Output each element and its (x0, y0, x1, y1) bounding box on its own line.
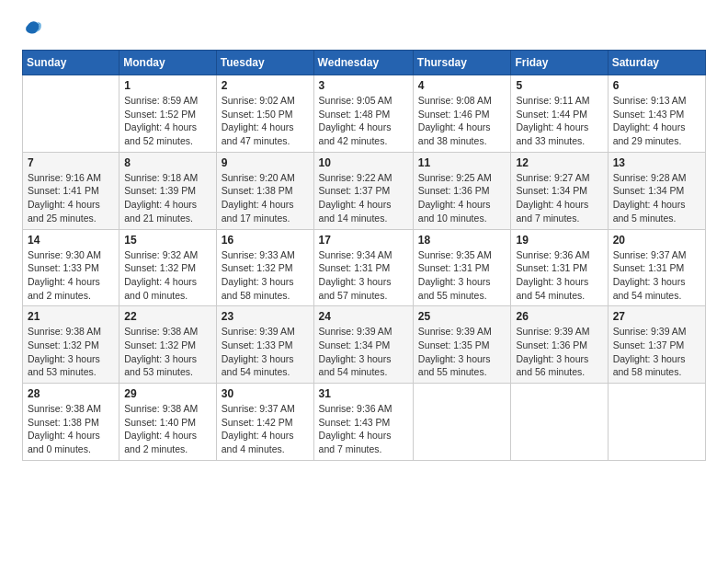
calendar-table: SundayMondayTuesdayWednesdayThursdayFrid… (22, 50, 706, 461)
day-number: 21 (28, 310, 114, 323)
day-info: Sunrise: 9:30 AM Sunset: 1:33 PM Dayligh… (28, 248, 114, 303)
week-row-4: 21Sunrise: 9:38 AM Sunset: 1:32 PM Dayli… (23, 306, 706, 384)
day-info: Sunrise: 9:39 AM Sunset: 1:34 PM Dayligh… (319, 325, 408, 379)
day-number: 3 (319, 79, 408, 92)
day-info: Sunrise: 9:16 AM Sunset: 1:41 PM Dayligh… (28, 171, 114, 225)
day-info: Sunrise: 9:05 AM Sunset: 1:48 PM Dayligh… (319, 94, 408, 148)
day-cell: 19Sunrise: 9:36 AM Sunset: 1:31 PM Dayli… (511, 229, 608, 306)
week-row-1: 1Sunrise: 8:59 AM Sunset: 1:52 PM Daylig… (23, 75, 706, 153)
day-number: 6 (613, 79, 700, 92)
weekday-header-monday: Monday (119, 51, 217, 75)
day-info: Sunrise: 8:59 AM Sunset: 1:52 PM Dayligh… (124, 94, 211, 148)
day-cell: 1Sunrise: 8:59 AM Sunset: 1:52 PM Daylig… (119, 75, 217, 153)
day-info: Sunrise: 9:13 AM Sunset: 1:43 PM Dayligh… (613, 94, 700, 148)
day-info: Sunrise: 9:37 AM Sunset: 1:42 PM Dayligh… (222, 402, 309, 456)
day-number: 30 (222, 387, 309, 400)
day-number: 15 (124, 234, 211, 247)
day-info: Sunrise: 9:39 AM Sunset: 1:37 PM Dayligh… (613, 325, 700, 379)
day-cell: 20Sunrise: 9:37 AM Sunset: 1:31 PM Dayli… (608, 229, 705, 306)
day-number: 10 (319, 156, 408, 169)
day-info: Sunrise: 9:25 AM Sunset: 1:36 PM Dayligh… (418, 171, 506, 225)
day-info: Sunrise: 9:20 AM Sunset: 1:38 PM Dayligh… (222, 171, 309, 225)
day-info: Sunrise: 9:39 AM Sunset: 1:36 PM Dayligh… (516, 325, 602, 379)
day-number: 16 (222, 234, 309, 247)
day-info: Sunrise: 9:39 AM Sunset: 1:33 PM Dayligh… (222, 325, 309, 379)
page: SundayMondayTuesdayWednesdayThursdayFrid… (0, 0, 728, 563)
day-cell: 9Sunrise: 9:20 AM Sunset: 1:38 PM Daylig… (216, 152, 313, 229)
day-info: Sunrise: 9:38 AM Sunset: 1:32 PM Dayligh… (28, 325, 114, 379)
weekday-header-tuesday: Tuesday (216, 51, 313, 75)
day-number: 22 (124, 310, 211, 323)
day-number: 24 (319, 310, 408, 323)
day-number: 14 (28, 234, 114, 247)
day-cell: 23Sunrise: 9:39 AM Sunset: 1:33 PM Dayli… (216, 306, 313, 384)
day-cell: 16Sunrise: 9:33 AM Sunset: 1:32 PM Dayli… (216, 229, 313, 306)
day-cell: 26Sunrise: 9:39 AM Sunset: 1:36 PM Dayli… (511, 306, 608, 384)
day-cell: 27Sunrise: 9:39 AM Sunset: 1:37 PM Dayli… (608, 306, 705, 384)
day-cell: 2Sunrise: 9:02 AM Sunset: 1:50 PM Daylig… (216, 75, 313, 153)
day-info: Sunrise: 9:34 AM Sunset: 1:31 PM Dayligh… (319, 248, 408, 303)
day-number: 25 (418, 310, 506, 323)
day-cell: 11Sunrise: 9:25 AM Sunset: 1:36 PM Dayli… (413, 152, 511, 229)
day-number: 18 (418, 234, 506, 247)
week-row-2: 7Sunrise: 9:16 AM Sunset: 1:41 PM Daylig… (23, 152, 706, 229)
day-cell (608, 384, 705, 461)
day-cell: 12Sunrise: 9:27 AM Sunset: 1:34 PM Dayli… (511, 152, 608, 229)
day-cell: 31Sunrise: 9:36 AM Sunset: 1:43 PM Dayli… (313, 384, 413, 461)
day-info: Sunrise: 9:27 AM Sunset: 1:34 PM Dayligh… (516, 171, 602, 225)
day-number: 26 (516, 310, 602, 323)
week-row-5: 28Sunrise: 9:38 AM Sunset: 1:38 PM Dayli… (23, 384, 706, 461)
day-cell (413, 384, 511, 461)
day-info: Sunrise: 9:28 AM Sunset: 1:34 PM Dayligh… (613, 171, 700, 225)
day-cell: 22Sunrise: 9:38 AM Sunset: 1:32 PM Dayli… (119, 306, 217, 384)
day-info: Sunrise: 9:08 AM Sunset: 1:46 PM Dayligh… (418, 94, 506, 148)
day-info: Sunrise: 9:38 AM Sunset: 1:40 PM Dayligh… (124, 402, 211, 456)
day-number: 20 (613, 234, 700, 247)
day-cell: 30Sunrise: 9:37 AM Sunset: 1:42 PM Dayli… (216, 384, 313, 461)
day-cell (23, 75, 119, 153)
day-number: 23 (222, 310, 309, 323)
day-info: Sunrise: 9:36 AM Sunset: 1:31 PM Dayligh… (516, 248, 602, 303)
day-cell: 17Sunrise: 9:34 AM Sunset: 1:31 PM Dayli… (313, 229, 413, 306)
day-number: 19 (516, 234, 602, 247)
day-cell: 4Sunrise: 9:08 AM Sunset: 1:46 PM Daylig… (413, 75, 511, 153)
day-info: Sunrise: 9:11 AM Sunset: 1:44 PM Dayligh… (516, 94, 602, 148)
day-info: Sunrise: 9:32 AM Sunset: 1:32 PM Dayligh… (124, 248, 211, 303)
day-number: 17 (319, 234, 408, 247)
day-number: 5 (516, 79, 602, 92)
day-number: 2 (222, 79, 309, 92)
day-cell: 6Sunrise: 9:13 AM Sunset: 1:43 PM Daylig… (608, 75, 705, 153)
day-cell: 28Sunrise: 9:38 AM Sunset: 1:38 PM Dayli… (23, 384, 119, 461)
day-number: 31 (319, 387, 408, 400)
day-info: Sunrise: 9:38 AM Sunset: 1:32 PM Dayligh… (124, 325, 211, 379)
day-cell: 10Sunrise: 9:22 AM Sunset: 1:37 PM Dayli… (313, 152, 413, 229)
day-cell: 21Sunrise: 9:38 AM Sunset: 1:32 PM Dayli… (23, 306, 119, 384)
day-cell: 24Sunrise: 9:39 AM Sunset: 1:34 PM Dayli… (313, 306, 413, 384)
logo-icon (22, 18, 42, 39)
day-number: 11 (418, 156, 506, 169)
day-cell: 18Sunrise: 9:35 AM Sunset: 1:31 PM Dayli… (413, 229, 511, 306)
day-number: 29 (124, 387, 211, 400)
day-number: 27 (613, 310, 700, 323)
day-cell (511, 384, 608, 461)
day-number: 8 (124, 156, 211, 169)
weekday-header-thursday: Thursday (413, 51, 511, 75)
day-number: 9 (222, 156, 309, 169)
weekday-header-row: SundayMondayTuesdayWednesdayThursdayFrid… (23, 51, 706, 75)
day-info: Sunrise: 9:18 AM Sunset: 1:39 PM Dayligh… (124, 171, 211, 225)
day-number: 28 (28, 387, 114, 400)
day-cell: 3Sunrise: 9:05 AM Sunset: 1:48 PM Daylig… (313, 75, 413, 153)
day-info: Sunrise: 9:38 AM Sunset: 1:38 PM Dayligh… (28, 402, 114, 456)
day-number: 12 (516, 156, 602, 169)
weekday-header-wednesday: Wednesday (313, 51, 413, 75)
day-cell: 7Sunrise: 9:16 AM Sunset: 1:41 PM Daylig… (23, 152, 119, 229)
day-info: Sunrise: 9:33 AM Sunset: 1:32 PM Dayligh… (222, 248, 309, 303)
day-info: Sunrise: 9:22 AM Sunset: 1:37 PM Dayligh… (319, 171, 408, 225)
week-row-3: 14Sunrise: 9:30 AM Sunset: 1:33 PM Dayli… (23, 229, 706, 306)
day-info: Sunrise: 9:39 AM Sunset: 1:35 PM Dayligh… (418, 325, 506, 379)
day-cell: 5Sunrise: 9:11 AM Sunset: 1:44 PM Daylig… (511, 75, 608, 153)
day-info: Sunrise: 9:02 AM Sunset: 1:50 PM Dayligh… (222, 94, 309, 148)
day-number: 13 (613, 156, 700, 169)
logo (22, 18, 44, 39)
weekday-header-saturday: Saturday (608, 51, 705, 75)
